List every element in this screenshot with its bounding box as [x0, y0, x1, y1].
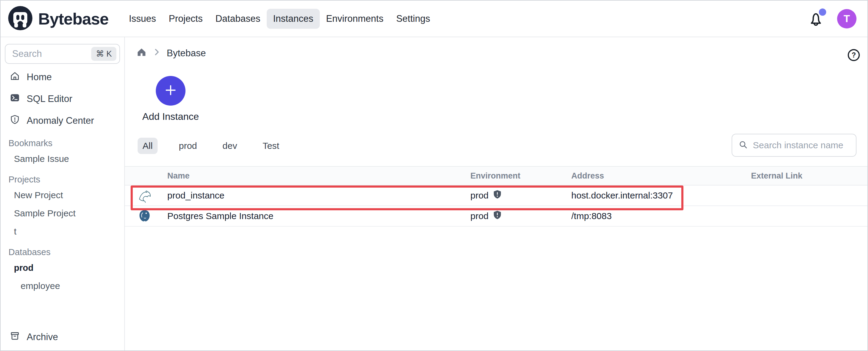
sidebar-section-databases: Databases: [1, 245, 124, 259]
sidebar-item-home[interactable]: Home: [1, 66, 124, 88]
breadcrumb: Bytebase: [136, 47, 206, 60]
protected-shield-icon: [493, 190, 502, 202]
column-header-address: Address: [564, 171, 734, 181]
instance-search[interactable]: [732, 134, 857, 157]
app-shell: ⌘ K Home: [1, 37, 867, 350]
sidebar-project-sample-project[interactable]: Sample Project: [1, 204, 124, 222]
shield-alert-icon: [10, 114, 20, 127]
nav-item-projects[interactable]: Projects: [162, 9, 209, 29]
environment-cell: prod: [464, 190, 564, 202]
column-header-external-link: External Link: [734, 171, 867, 181]
sidebar-nav: Home SQL Editor: [1, 66, 124, 132]
sidebar-database-prod[interactable]: prod: [1, 259, 124, 277]
add-instance-label: Add Instance: [143, 111, 199, 122]
environment-label: prod: [470, 211, 489, 221]
nav-item-environments[interactable]: Environments: [320, 9, 390, 29]
sidebar: ⌘ K Home: [1, 37, 125, 350]
environment-cell: prod: [464, 210, 564, 222]
environment-filter-tabs: All prod dev Test: [137, 138, 300, 154]
nav-item-databases[interactable]: Databases: [209, 9, 267, 29]
postgres-icon: [125, 209, 161, 223]
sidebar-search[interactable]: ⌘ K: [5, 44, 120, 64]
filter-tab-test[interactable]: Test: [258, 138, 283, 154]
topnav-right: T: [808, 9, 857, 29]
user-avatar[interactable]: T: [837, 9, 857, 29]
sidebar-item-label: SQL Editor: [27, 94, 72, 104]
sidebar-project-t[interactable]: t: [1, 222, 124, 241]
bytebase-logo[interactable]: Bytebase: [7, 5, 108, 32]
notification-bell-button[interactable]: [808, 11, 824, 27]
bytebase-app: Bytebase Issues Projects Databases Insta…: [0, 0, 868, 351]
sidebar-archive-wrap: Archive: [1, 326, 124, 348]
nav-item-settings[interactable]: Settings: [390, 9, 436, 29]
sidebar-item-anomaly-center[interactable]: Anomaly Center: [1, 110, 124, 132]
sidebar-item-sql-editor[interactable]: SQL Editor: [1, 88, 124, 110]
brand-wordmark: Bytebase: [38, 9, 108, 28]
home-icon: [10, 71, 20, 83]
notification-dot: [819, 8, 826, 16]
sidebar-bookmark-sample-issue[interactable]: Sample Issue: [1, 150, 124, 168]
sidebar-section-bookmarks: Bookmarks: [1, 137, 124, 150]
nav-item-instances[interactable]: Instances: [267, 9, 320, 29]
sidebar-item-label: Anomaly Center: [27, 115, 94, 126]
sidebar-item-archive[interactable]: Archive: [1, 326, 124, 348]
table-header: Name Environment Address External Link: [125, 166, 867, 185]
table-row-prod-instance[interactable]: prod_instance prod host.docker.internal:…: [125, 185, 867, 206]
add-instance-button[interactable]: Add Instance: [142, 76, 199, 122]
main-content: Bytebase ? Add Instance: [125, 37, 867, 350]
sidebar-database-employee[interactable]: employee: [1, 277, 124, 295]
filter-tab-dev[interactable]: dev: [218, 138, 241, 154]
help-button[interactable]: ?: [847, 48, 861, 63]
terminal-icon: [10, 93, 20, 105]
instance-name: Postgres Sample Instance: [161, 211, 464, 221]
instance-name: prod_instance: [161, 190, 464, 201]
search-icon: [738, 140, 748, 151]
column-header-environment: Environment: [464, 171, 564, 181]
filter-tab-prod[interactable]: prod: [175, 138, 201, 154]
bytebase-logo-icon: [7, 5, 33, 32]
instance-address: host.docker.internal:3307: [564, 190, 734, 201]
column-header-name: Name: [161, 171, 464, 181]
instance-search-input[interactable]: [753, 140, 850, 150]
question-mark-glyph: ?: [851, 51, 856, 59]
sidebar-item-label: Home: [27, 72, 52, 82]
sidebar-search-input[interactable]: [12, 48, 91, 59]
chevron-right-icon: [153, 47, 160, 59]
main-nav: Issues Projects Databases Instances Envi…: [122, 9, 436, 29]
filter-tab-all[interactable]: All: [137, 138, 158, 154]
instances-table: Name Environment Address External Link: [125, 166, 867, 226]
sidebar-section-projects: Projects: [1, 173, 124, 186]
breadcrumb-home-icon[interactable]: [136, 47, 147, 60]
nav-item-issues[interactable]: Issues: [122, 9, 162, 29]
sidebar-item-label: Archive: [27, 331, 58, 343]
bell-icon: [808, 23, 824, 28]
keyboard-shortcut-badge: ⌘ K: [91, 47, 116, 61]
mysql-icon: [125, 188, 161, 203]
breadcrumb-current[interactable]: Bytebase: [167, 48, 206, 59]
add-instance-circle[interactable]: [156, 76, 185, 106]
sidebar-project-new-project[interactable]: New Project: [1, 186, 124, 204]
archive-icon: [10, 331, 20, 344]
plus-icon: [164, 83, 178, 98]
protected-shield-icon: [493, 210, 502, 222]
table-row-postgres-sample-instance[interactable]: Postgres Sample Instance prod /tmp:8083: [125, 206, 867, 226]
instance-address: /tmp:8083: [564, 211, 734, 221]
environment-label: prod: [470, 190, 489, 201]
top-navbar: Bytebase Issues Projects Databases Insta…: [1, 1, 867, 37]
